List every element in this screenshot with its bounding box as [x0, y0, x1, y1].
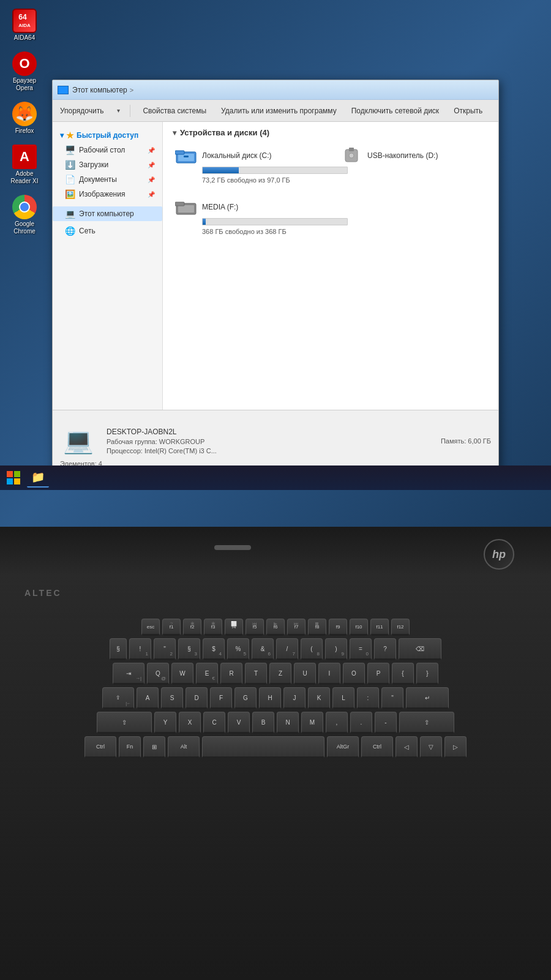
- key-f7[interactable]: ⏭f7: [287, 619, 305, 636]
- key-d[interactable]: D: [186, 687, 208, 709]
- chrome-desktop-icon[interactable]: Google Chrome: [2, 192, 47, 238]
- key-n[interactable]: N: [277, 712, 299, 734]
- key-bracket-open[interactable]: {: [392, 663, 414, 685]
- key-t[interactable]: T: [245, 663, 267, 685]
- key-h[interactable]: H: [259, 687, 281, 709]
- opera-icon[interactable]: O Браузер Opera: [2, 49, 47, 94]
- key-backtick[interactable]: §: [110, 638, 127, 660]
- key-r[interactable]: R: [220, 663, 242, 685]
- key-arrow-down[interactable]: ▽: [420, 736, 442, 758]
- key-3[interactable]: §3: [178, 638, 200, 660]
- key-6[interactable]: &6: [252, 638, 274, 660]
- key-tab[interactable]: ⇥ →|: [113, 663, 144, 685]
- sidebar-item-this-computer[interactable]: 💻 Этот компьютер: [53, 206, 162, 221]
- key-f8[interactable]: ⏹f8: [308, 619, 326, 636]
- key-0[interactable]: =0: [350, 638, 372, 660]
- drive-d[interactable]: USB-накопитель (D:): [338, 145, 489, 186]
- key-l[interactable]: L: [332, 687, 354, 709]
- key-f1[interactable]: ?f1: [162, 619, 181, 636]
- key-z[interactable]: Y: [154, 712, 176, 734]
- key-caps[interactable]: ⇪ |←: [102, 687, 134, 709]
- system-props-button[interactable]: Свойства системы: [140, 105, 209, 116]
- key-fn[interactable]: Fn: [119, 736, 141, 758]
- key-s[interactable]: S: [161, 687, 183, 709]
- key-esc[interactable]: esc: [141, 619, 160, 636]
- key-f6[interactable]: ▶f6: [266, 619, 285, 636]
- key-f11[interactable]: f11: [370, 619, 389, 636]
- key-backspace[interactable]: ⌫: [399, 638, 441, 660]
- key-c[interactable]: C: [203, 712, 225, 734]
- key-f2[interactable]: ✱f2: [183, 619, 201, 636]
- key-win[interactable]: ⊞: [143, 736, 165, 758]
- key-space[interactable]: [202, 736, 324, 758]
- key-1[interactable]: !1: [129, 638, 151, 660]
- key-8[interactable]: (8: [301, 638, 323, 660]
- key-alt-left[interactable]: Alt: [168, 736, 200, 758]
- key-arrow-left[interactable]: ◁: [395, 736, 418, 758]
- key-period[interactable]: .: [350, 712, 372, 734]
- key-m[interactable]: M: [301, 712, 323, 734]
- key-x[interactable]: X: [179, 712, 201, 734]
- key-g[interactable]: G: [234, 687, 257, 709]
- sidebar-item-images[interactable]: 🖼️ Изображения 📌: [53, 187, 162, 202]
- key-f9[interactable]: f9: [329, 619, 347, 636]
- key-y[interactable]: Z: [269, 663, 291, 685]
- key-q[interactable]: Q@: [147, 663, 169, 685]
- power-button[interactable]: [214, 545, 251, 550]
- key-f[interactable]: F: [210, 687, 232, 709]
- quick-access-header[interactable]: ▾ ★ Быстрый доступ: [53, 128, 162, 143]
- adobe-desktop-icon[interactable]: A Adobe Reader XI: [2, 142, 47, 187]
- key-bracket-close[interactable]: }: [416, 663, 438, 685]
- key-i[interactable]: I: [318, 663, 340, 685]
- key-e[interactable]: E€: [196, 663, 218, 685]
- start-button[interactable]: [2, 468, 24, 488]
- key-quote[interactable]: ": [381, 687, 403, 709]
- key-5[interactable]: %5: [227, 638, 249, 660]
- drive-f[interactable]: MEDIA (F:) 368 ГБ свободно из 368 ГБ: [173, 196, 323, 238]
- key-2[interactable]: "2: [154, 638, 176, 660]
- key-9[interactable]: )9: [325, 638, 347, 660]
- key-f4[interactable]: ⬜f4: [225, 619, 243, 636]
- key-o[interactable]: O: [343, 663, 365, 685]
- key-p[interactable]: P: [367, 663, 389, 685]
- svg-rect-9: [175, 202, 184, 206]
- key-f10[interactable]: f10: [350, 619, 368, 636]
- workgroup-info: Рабочая группа: WORKGROUP: [107, 438, 217, 445]
- key-shift-right[interactable]: ⇧: [399, 712, 454, 734]
- organize-arrow[interactable]: ▾: [117, 107, 120, 114]
- key-slash[interactable]: -: [375, 712, 397, 734]
- key-b[interactable]: B: [252, 712, 274, 734]
- key-j[interactable]: J: [283, 687, 305, 709]
- drive-c[interactable]: Локальный диск (C:) 73,2 ГБ свободно из …: [173, 145, 323, 186]
- key-4[interactable]: $4: [203, 638, 225, 660]
- uninstall-button[interactable]: Удалить или изменить программу: [219, 105, 339, 116]
- key-shift-left[interactable]: ⇧: [97, 712, 152, 734]
- sidebar-item-documents[interactable]: 📄 Документы 📌: [53, 172, 162, 187]
- key-enter[interactable]: ↵: [406, 687, 449, 709]
- key-alt-right[interactable]: AltGr: [327, 736, 359, 758]
- sidebar-item-desktop[interactable]: 🖥️ Рабочий стол 📌: [53, 143, 162, 157]
- sidebar-item-downloads[interactable]: ⬇️ Загрузки 📌: [53, 157, 162, 172]
- key-a[interactable]: A: [137, 687, 159, 709]
- key-f5[interactable]: ⏮f5: [246, 619, 264, 636]
- key-f3[interactable]: ✱f3: [204, 619, 222, 636]
- key-ctrl-left[interactable]: Ctrl: [84, 736, 116, 758]
- key-ctrl-right[interactable]: Ctrl: [361, 736, 393, 758]
- organize-button[interactable]: Упорядочить: [58, 105, 106, 116]
- key-comma[interactable]: ,: [326, 712, 348, 734]
- key-k[interactable]: K: [308, 687, 330, 709]
- taskbar-explorer[interactable]: 📁: [27, 468, 49, 488]
- connect-drive-button[interactable]: Подключить сетевой диск: [349, 105, 441, 116]
- key-w[interactable]: W: [171, 663, 193, 685]
- key-u[interactable]: U: [294, 663, 316, 685]
- key-arrow-right[interactable]: ▷: [444, 736, 467, 758]
- key-minus[interactable]: ?: [374, 638, 396, 660]
- aida64-icon[interactable]: 64AIDA AIDA64: [2, 6, 47, 44]
- open-button[interactable]: Открыть: [451, 105, 485, 116]
- key-f12[interactable]: f12: [391, 619, 410, 636]
- firefox-desktop-icon[interactable]: 🦊 Firefox: [2, 99, 47, 137]
- key-7[interactable]: /7: [276, 638, 298, 660]
- key-v[interactable]: V: [228, 712, 250, 734]
- sidebar-item-network[interactable]: 🌐 Сеть: [53, 224, 162, 238]
- key-semicolon[interactable]: :: [357, 687, 379, 709]
